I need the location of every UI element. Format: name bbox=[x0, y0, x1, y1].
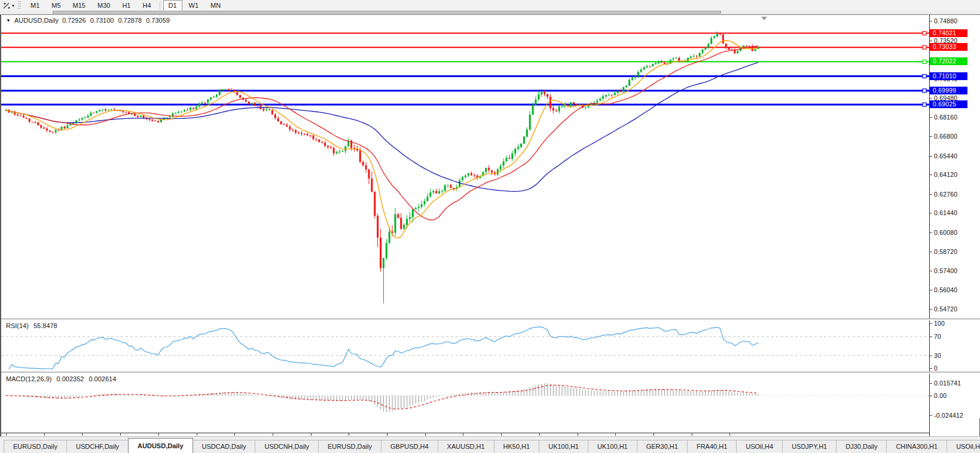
rsi-label: RSI(14) bbox=[6, 322, 29, 329]
rsi-tick-label: 100 bbox=[934, 320, 945, 327]
price-tick-mark bbox=[930, 290, 932, 290]
price-level-badge[interactable]: 0.73033 bbox=[930, 43, 967, 51]
timeframe-button-m5[interactable]: M5 bbox=[46, 0, 66, 11]
scrollbar-thumb[interactable] bbox=[53, 11, 721, 14]
price-tick-label: 0.60080 bbox=[934, 229, 957, 236]
timeframe-button-m15[interactable]: M15 bbox=[68, 0, 91, 11]
ohlc-open: 0.72926 bbox=[62, 17, 86, 24]
candlestick-chart-canvas[interactable] bbox=[1, 15, 929, 319]
tool-dropdown-caret[interactable]: ▾ bbox=[12, 3, 14, 8]
price-tick-mark bbox=[930, 117, 932, 118]
chart-tab-china300-h1[interactable]: CHINA300,H1 bbox=[886, 440, 947, 453]
price-tick-label: 0.54720 bbox=[934, 305, 957, 313]
price-tick-mark bbox=[930, 136, 932, 137]
crosshair-tool-icon[interactable] bbox=[2, 1, 11, 10]
chart-title-collapse-icon[interactable]: ▼ bbox=[6, 18, 11, 23]
chart-tab-audusd-daily[interactable]: AUDUSD,Daily bbox=[128, 438, 193, 453]
chart-shift-marker[interactable] bbox=[761, 17, 767, 20]
timeframe-button-m30[interactable]: M30 bbox=[92, 0, 115, 11]
macd-tick-mark bbox=[930, 383, 932, 384]
chart-tab-hk50-h1[interactable]: HK50,H1 bbox=[494, 440, 540, 453]
level-handle[interactable] bbox=[923, 89, 926, 93]
timeframe-button-mn[interactable]: MN bbox=[205, 0, 226, 11]
rsi-value: 55.8478 bbox=[33, 322, 57, 329]
rsi-tick-mark bbox=[930, 356, 932, 356]
level-handle[interactable] bbox=[923, 45, 926, 49]
price-level-badge[interactable]: 0.74021 bbox=[930, 29, 967, 37]
price-tick-label: 0.66800 bbox=[934, 133, 957, 140]
price-level-badge[interactable]: 0.71010 bbox=[930, 72, 967, 80]
chart-tab-usoil-h1[interactable]: USOil,H1 bbox=[947, 440, 980, 453]
chart-tab-eurusd-daily[interactable]: EURUSD,Daily bbox=[4, 440, 67, 453]
timeframe-button-d1[interactable]: D1 bbox=[163, 0, 182, 11]
chart-tab-uk100-h1[interactable]: UK100,H1 bbox=[588, 440, 637, 453]
price-tick-label: 0.58720 bbox=[934, 248, 957, 255]
rsi-tick-mark bbox=[930, 336, 932, 337]
chart-tab-uk100-h1[interactable]: UK100,H1 bbox=[539, 440, 588, 453]
price-tick-mark bbox=[930, 213, 932, 213]
chart-tab-eurusd-daily[interactable]: EURUSD,Daily bbox=[318, 440, 381, 453]
timeframe-button-h4[interactable]: H4 bbox=[137, 0, 156, 11]
macd-tick-mark bbox=[930, 396, 932, 396]
chart-tab-usdchf-daily[interactable]: USDCHF,Daily bbox=[66, 440, 129, 453]
date-tick-mark bbox=[425, 433, 426, 436]
date-tick-mark bbox=[82, 433, 83, 436]
timeframe-button-w1[interactable]: W1 bbox=[184, 0, 204, 11]
date-tick-mark bbox=[158, 433, 159, 436]
rsi-tick-mark bbox=[930, 323, 932, 324]
chart-tab-fra40-h1[interactable]: FRA40,H1 bbox=[687, 440, 737, 453]
rsi-axis: 10070300 bbox=[930, 320, 980, 372]
price-chart-panel[interactable]: ▼ AUDUSD,Daily 0.72926 0.73100 0.72878 0… bbox=[1, 15, 929, 319]
macd-title: MACD(12,26,9) 0.002352 0.002614 bbox=[6, 375, 116, 382]
rsi-tick-mark bbox=[930, 368, 932, 369]
chart-tab-usdjpy-h1[interactable]: USDJPY,H1 bbox=[782, 440, 836, 453]
chart-tab-usoil-h4[interactable]: USOil,H4 bbox=[736, 440, 783, 453]
chart-tab-ger30-h1[interactable]: GER30,H1 bbox=[637, 440, 688, 453]
date-tick-mark bbox=[6, 433, 7, 436]
ohlc-low: 0.72878 bbox=[118, 17, 142, 24]
macd-panel[interactable]: MACD(12,26,9) 0.002352 0.002614 bbox=[1, 374, 929, 418]
chart-tab-xauusd-h1[interactable]: XAUUSD,H1 bbox=[438, 440, 494, 453]
level-handle[interactable] bbox=[923, 60, 926, 63]
level-handle[interactable] bbox=[923, 103, 926, 106]
chart-window: ▼ AUDUSD,Daily 0.72926 0.73100 0.72878 0… bbox=[0, 14, 980, 436]
chart-tab-gbpusd-h4[interactable]: GBPUSD,H4 bbox=[381, 440, 438, 453]
price-level-badge[interactable]: 0.72022 bbox=[930, 57, 967, 65]
timeframe-button-h1[interactable]: H1 bbox=[117, 0, 136, 11]
rsi-line bbox=[9, 327, 758, 369]
chart-tab-usdcnh-daily[interactable]: USDCNH,Daily bbox=[255, 440, 319, 453]
date-tick-mark bbox=[692, 433, 692, 436]
level-handle[interactable] bbox=[923, 75, 926, 78]
ohlc-high: 0.73100 bbox=[90, 17, 114, 24]
date-tick-mark bbox=[273, 433, 273, 436]
ma-slow-line bbox=[6, 62, 758, 191]
date-tick-mark bbox=[654, 433, 654, 436]
rsi-tick-label: 30 bbox=[934, 352, 941, 359]
horizontal-level-lines[interactable] bbox=[1, 32, 929, 106]
price-level-badge[interactable]: 0.69999 bbox=[930, 87, 967, 94]
ma-fast-line bbox=[6, 41, 758, 238]
macd-histogram bbox=[6, 383, 758, 412]
price-tick-mark bbox=[930, 232, 932, 233]
toolbar-grip[interactable] bbox=[18, 1, 21, 10]
timeframe-button-m1[interactable]: M1 bbox=[25, 0, 45, 11]
macd-label: MACD(12,26,9) bbox=[6, 375, 51, 382]
price-tick-label: 0.65440 bbox=[934, 152, 957, 160]
rsi-chart-canvas[interactable] bbox=[1, 320, 929, 372]
price-level-badge[interactable]: 0.69025 bbox=[930, 100, 967, 108]
level-handle[interactable] bbox=[923, 32, 926, 35]
price-tick-label: 0.56040 bbox=[934, 286, 957, 293]
rsi-panel[interactable]: RSI(14) 55.8478 bbox=[1, 320, 929, 372]
date-tick-mark bbox=[387, 433, 387, 436]
toolbar-separator bbox=[160, 1, 160, 10]
chart-tab-usdcad-daily[interactable]: USDCAD,Daily bbox=[193, 440, 256, 453]
ma-medium-line bbox=[6, 46, 758, 220]
chart-tab-dj30-daily[interactable]: DJ30,Daily bbox=[836, 440, 887, 453]
macd-signal-line bbox=[6, 385, 758, 409]
date-tick-mark bbox=[311, 433, 312, 436]
price-tick-label: 0.62760 bbox=[934, 191, 957, 198]
chart-title-bar[interactable]: ▼ AUDUSD,Daily 0.72926 0.73100 0.72878 0… bbox=[6, 17, 170, 24]
date-tick-mark bbox=[729, 433, 730, 436]
price-axis: 0.748800.735200.721600.708400.694800.681… bbox=[930, 15, 980, 319]
macd-chart-canvas[interactable] bbox=[1, 374, 929, 418]
